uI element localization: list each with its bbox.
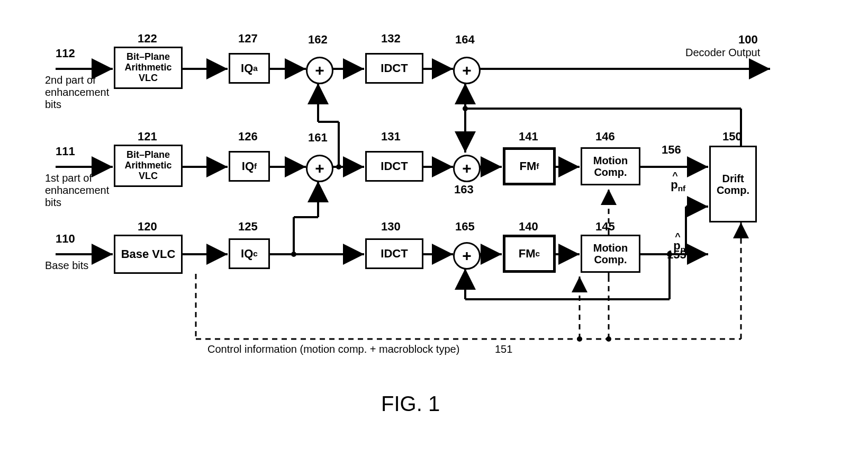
num-156: 156: [662, 143, 681, 157]
num-165: 165: [455, 220, 475, 234]
block-fm-c: FMc: [503, 235, 556, 273]
block-bitplane-vlc-f: Bit–Plane Arithmetic VLC: [114, 145, 183, 187]
num-140: 140: [519, 220, 538, 234]
sym-pnf: pnf: [664, 164, 685, 193]
num-130: 130: [381, 220, 401, 234]
label-100-num: 100: [738, 33, 758, 47]
summer-163: +: [453, 155, 481, 182]
summer-165: +: [453, 242, 481, 270]
block-iq-a: IQa: [229, 53, 270, 84]
summer-161: +: [306, 155, 333, 182]
block-idct-f: IDCT: [365, 151, 423, 182]
num-163: 163: [454, 183, 474, 197]
num-127: 127: [238, 32, 258, 46]
summer-164: +: [453, 57, 481, 84]
label-111-num: 111: [56, 145, 75, 158]
num-162: 162: [308, 33, 328, 47]
num-161: 161: [308, 131, 328, 145]
label-110-text: Base bits: [45, 260, 88, 272]
label-110-num: 110: [56, 232, 75, 246]
block-base-vlc: Base VLC: [114, 235, 183, 274]
block-bitplane-vlc-a: Bit–Plane Arithmetic VLC: [114, 47, 183, 89]
num-146: 146: [595, 130, 615, 144]
num-125: 125: [238, 220, 258, 234]
label-112-text: 2nd part of enhancement bits: [45, 74, 109, 111]
label-111-text: 1st part of enhancement bits: [45, 172, 109, 209]
block-idct-c: IDCT: [365, 238, 423, 269]
num-155: 155: [667, 248, 686, 262]
num-121: 121: [138, 130, 157, 144]
num-122: 122: [138, 32, 157, 46]
block-fm-f: FMf: [503, 147, 556, 185]
num-126: 126: [238, 130, 258, 144]
num-131: 131: [381, 130, 401, 144]
label-112-num: 112: [56, 47, 75, 60]
num-120: 120: [138, 220, 157, 234]
label-100-text: Decoder Output: [685, 47, 760, 59]
summer-162: +: [306, 57, 333, 84]
num-164: 164: [455, 33, 475, 47]
block-iq-f: IQf: [229, 151, 270, 182]
block-mc-f: Motion Comp.: [581, 147, 640, 185]
num-145: 145: [595, 220, 615, 234]
num-132: 132: [381, 32, 401, 46]
num-150: 150: [722, 130, 742, 144]
block-idct-a: IDCT: [365, 53, 423, 84]
block-mc-c: Motion Comp.: [581, 235, 640, 273]
control-text: Control information (motion comp. + macr…: [207, 343, 459, 355]
block-drift-comp: Drift Comp.: [709, 146, 757, 222]
figure-caption: FIG. 1: [381, 392, 440, 416]
control-num: 151: [495, 343, 512, 355]
block-iq-c: IQc: [229, 238, 270, 269]
num-141: 141: [519, 130, 538, 144]
